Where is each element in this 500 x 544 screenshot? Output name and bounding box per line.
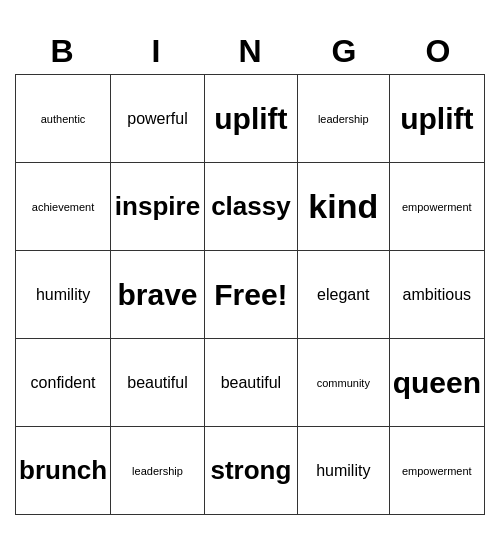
bingo-cell: brunch xyxy=(16,427,111,515)
bingo-cell: uplift xyxy=(389,75,484,163)
bingo-cell: leadership xyxy=(298,75,390,163)
cell-text: uplift xyxy=(208,102,294,136)
cell-text: empowerment xyxy=(393,465,481,477)
bingo-grid: authenticpowerfulupliftleadershipuplifta… xyxy=(15,74,485,515)
cell-text: humility xyxy=(301,462,386,480)
cell-text: Free! xyxy=(208,278,294,312)
bingo-cell: brave xyxy=(111,251,205,339)
cell-text: kind xyxy=(301,187,386,226)
bingo-cell: beautiful xyxy=(204,339,297,427)
cell-text: brave xyxy=(114,278,201,312)
bingo-cell: empowerment xyxy=(389,163,484,251)
cell-text: classy xyxy=(208,191,294,222)
bingo-header: BINGO xyxy=(15,29,485,74)
cell-text: empowerment xyxy=(393,201,481,213)
cell-text: elegant xyxy=(301,286,386,304)
table-row: achievementinspireclassykindempowerment xyxy=(16,163,485,251)
cell-text: inspire xyxy=(114,191,201,222)
bingo-cell: ambitious xyxy=(389,251,484,339)
table-row: confidentbeautifulbeautifulcommunityquee… xyxy=(16,339,485,427)
cell-text: beautiful xyxy=(208,374,294,392)
cell-text: beautiful xyxy=(114,374,201,392)
cell-text: leadership xyxy=(301,113,386,125)
bingo-cell: strong xyxy=(204,427,297,515)
cell-text: humility xyxy=(19,286,107,304)
header-letter: N xyxy=(203,29,297,74)
header-letter: G xyxy=(297,29,391,74)
bingo-cell: humility xyxy=(16,251,111,339)
bingo-cell: queen xyxy=(389,339,484,427)
cell-text: ambitious xyxy=(393,286,481,304)
bingo-cell: inspire xyxy=(111,163,205,251)
bingo-cell: classy xyxy=(204,163,297,251)
table-row: humilitybraveFree!elegantambitious xyxy=(16,251,485,339)
cell-text: achievement xyxy=(19,201,107,213)
bingo-cell: kind xyxy=(298,163,390,251)
bingo-cell: Free! xyxy=(204,251,297,339)
bingo-cell: empowerment xyxy=(389,427,484,515)
table-row: brunchleadershipstronghumilityempowermen… xyxy=(16,427,485,515)
cell-text: uplift xyxy=(393,102,481,136)
cell-text: confident xyxy=(19,374,107,392)
bingo-cell: leadership xyxy=(111,427,205,515)
cell-text: leadership xyxy=(114,465,201,477)
cell-text: authentic xyxy=(19,113,107,125)
bingo-cell: community xyxy=(298,339,390,427)
bingo-cell: humility xyxy=(298,427,390,515)
bingo-cell: powerful xyxy=(111,75,205,163)
header-letter: I xyxy=(109,29,203,74)
cell-text: strong xyxy=(208,455,294,486)
cell-text: brunch xyxy=(19,455,107,486)
header-letter: O xyxy=(391,29,485,74)
bingo-cell: achievement xyxy=(16,163,111,251)
bingo-cell: authentic xyxy=(16,75,111,163)
cell-text: queen xyxy=(393,366,481,400)
bingo-cell: confident xyxy=(16,339,111,427)
bingo-cell: beautiful xyxy=(111,339,205,427)
header-letter: B xyxy=(15,29,109,74)
bingo-cell: uplift xyxy=(204,75,297,163)
cell-text: community xyxy=(301,377,386,389)
table-row: authenticpowerfulupliftleadershipuplift xyxy=(16,75,485,163)
bingo-cell: elegant xyxy=(298,251,390,339)
cell-text: powerful xyxy=(114,110,201,128)
